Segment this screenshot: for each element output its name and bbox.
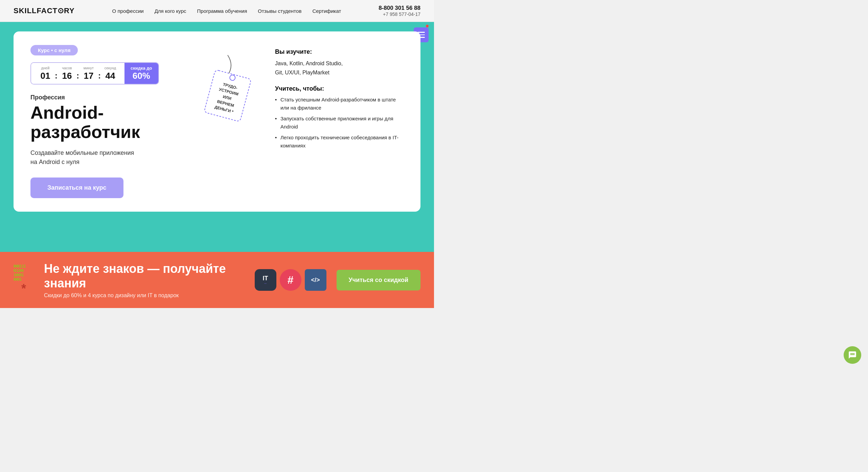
hero-card: Курс • с нуля дней 01 : часов 16 : минут xyxy=(14,31,420,212)
phone-main[interactable]: 8-800 301 56 88 xyxy=(379,5,420,11)
goal-item-2: Запускать собственные приложения и игры … xyxy=(275,115,404,131)
subtitle-line2: на Android с нуля xyxy=(30,159,79,165)
hours-label: часов xyxy=(59,66,75,70)
countdown-units: дней 01 : часов 16 : минут 17 : xyxy=(31,63,124,84)
seconds-unit: секунд 44 xyxy=(102,66,118,81)
will-learn-title: Вы изучите: xyxy=(275,48,404,55)
it-icon: IT ··· xyxy=(255,269,276,291)
course-badge: Курс • с нуля xyxy=(30,45,78,55)
binary-text: 000111 01100 10001 0001 xyxy=(14,264,34,282)
notification-dot xyxy=(426,25,429,27)
navigation: О профессии Для кого курс Программа обуч… xyxy=(112,8,341,14)
nav-program[interactable]: Программа обучения xyxy=(197,8,247,14)
minutes-label: минут xyxy=(81,66,97,70)
goals-list: Стать успешным Android-разработчиком в ш… xyxy=(275,96,404,150)
phone-block: 8-800 301 56 88 +7 958 577-04-17 xyxy=(379,5,420,17)
binary-icon-block: 000111 01100 10001 0001 * xyxy=(14,264,34,296)
minutes-unit: минут 17 xyxy=(81,66,97,81)
nav-reviews[interactable]: Отзывы студентов xyxy=(258,8,301,14)
hours-unit: часов 16 xyxy=(59,66,75,81)
nav-certificate[interactable]: Сертификат xyxy=(312,8,341,14)
sep2: : xyxy=(75,71,81,80)
promo-banner: 000111 01100 10001 0001 * Не ждите знако… xyxy=(0,252,434,308)
it-dot: ··· xyxy=(264,282,267,285)
code-symbol: </> xyxy=(311,277,320,284)
sep1: : xyxy=(53,71,59,80)
hero-section: Курс • с нуля дней 01 : часов 16 : минут xyxy=(0,22,434,252)
promo-tag: ТРУДО- УСТРОИМ ИЛИ ВЕРНЕМ ДЕНЬГИ * xyxy=(197,52,258,119)
days-label: дней xyxy=(37,66,53,70)
banner-main-text: Не ждите знаков — получайте знания xyxy=(44,261,245,290)
banner-text-block: Не ждите знаков — получайте знания Скидк… xyxy=(44,261,245,299)
profession-label: Профессия xyxy=(30,94,180,101)
hours-value: 16 xyxy=(62,71,72,81)
main-title: Android-разработчик xyxy=(30,103,180,142)
minutes-value: 17 xyxy=(84,71,94,81)
nav-about[interactable]: О профессии xyxy=(112,8,144,14)
code-icon: </> xyxy=(305,269,326,291)
countdown-timer: дней 01 : часов 16 : минут 17 : xyxy=(30,62,159,85)
tag-svg: ТРУДО- УСТРОИМ ИЛИ ВЕРНЕМ ДЕНЬГИ * xyxy=(197,52,258,123)
seconds-value: 44 xyxy=(106,71,115,81)
discount-label: скидка до xyxy=(131,66,152,71)
seconds-label: секунд xyxy=(102,66,118,70)
it-label: IT xyxy=(263,275,268,282)
discount-badge: скидка до 60% xyxy=(124,63,158,84)
sep3: : xyxy=(97,71,102,80)
hash-symbol: # xyxy=(288,274,294,286)
discount-value: 60% xyxy=(133,71,150,81)
hash-icon: # xyxy=(280,269,301,291)
phone-sub[interactable]: +7 958 577-04-17 xyxy=(379,11,420,17)
banner-sub-text: Скидки до 60% и 4 курса по дизайну или I… xyxy=(44,292,245,299)
enroll-button[interactable]: Записаться на курс xyxy=(30,178,123,198)
nav-for-whom[interactable]: Для кого курс xyxy=(155,8,186,14)
hero-subtitle: Создавайте мобильные приложения на Andro… xyxy=(30,148,180,167)
goals-title: Учитесь, чтобы: xyxy=(275,85,404,92)
banner-cta-button[interactable]: Учиться со скидкой xyxy=(337,270,420,290)
goal-item-3: Легко проходить технические собеседовани… xyxy=(275,134,404,150)
hero-center-column: ТРУДО- УСТРОИМ ИЛИ ВЕРНЕМ ДЕНЬГИ * xyxy=(194,45,261,198)
asterisk-icon: * xyxy=(21,282,26,296)
days-value: 01 xyxy=(41,71,50,81)
hero-left-column: Курс • с нуля дней 01 : часов 16 : минут xyxy=(30,45,180,198)
goal-item-1: Стать успешным Android-разработчиком в ш… xyxy=(275,96,404,112)
header: SKILLFACT⊙RY О профессии Для кого курс П… xyxy=(0,0,434,22)
days-unit: дней 01 xyxy=(37,66,53,81)
will-learn-list: Java, Kotlin, Android Studio, Git, UX/UI… xyxy=(275,59,404,77)
banner-icons: IT ··· # </> xyxy=(255,269,326,291)
subtitle-line1: Создавайте мобильные приложения xyxy=(30,149,134,156)
hero-right-column: Вы изучите: Java, Kotlin, Android Studio… xyxy=(275,45,404,198)
logo: SKILLFACT⊙RY xyxy=(14,6,75,15)
